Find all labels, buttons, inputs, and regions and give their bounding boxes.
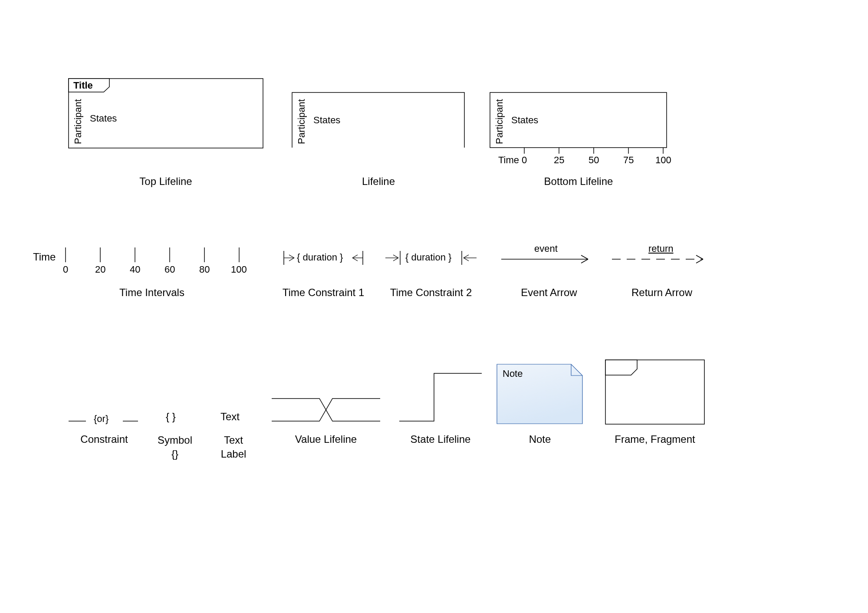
text-label-caption: TextLabel: [207, 433, 260, 461]
bottom-lifeline-tick: 100: [655, 155, 671, 166]
symbol-caption: Symbol{}: [147, 433, 203, 461]
time-intervals-shape: Time 0 20 40 60 80 100: [33, 243, 259, 280]
tc1-caption: Time Constraint 1: [269, 287, 378, 299]
bottom-lifeline-caption: Bottom Lifeline: [490, 175, 667, 188]
time-constraint-1-shape: { duration }: [282, 249, 365, 269]
time-intervals-tick: 40: [130, 264, 140, 275]
time-intervals-tick: 60: [164, 264, 175, 275]
top-lifeline-states: States: [90, 113, 117, 124]
frame-shape: [605, 359, 705, 427]
bottom-lifeline-time-label: Time: [498, 155, 519, 166]
lifeline-participant: Participant: [296, 96, 307, 144]
time-intervals-tick: 0: [63, 264, 68, 275]
time-intervals-caption: Time Intervals: [56, 287, 247, 299]
bottom-lifeline-states: States: [511, 115, 538, 126]
bottom-lifeline-tick: 75: [623, 155, 634, 166]
state-lifeline-shape: [399, 369, 482, 428]
event-arrow-caption: Event Arrow: [497, 287, 601, 299]
top-lifeline-participant: Participant: [72, 96, 84, 144]
bottom-lifeline-tick: 25: [554, 155, 564, 166]
value-lifeline-caption: Value Lifeline: [267, 433, 385, 445]
top-lifeline-shape: Title Participant States: [68, 78, 263, 155]
bottom-lifeline-tick: 50: [589, 155, 599, 166]
bottom-lifeline-shape: Participant States Time 0 25 50 75 100: [490, 92, 667, 168]
lifeline-caption: Lifeline: [292, 175, 465, 188]
text-label-text: Text: [220, 411, 240, 423]
symbol-text: { }: [166, 411, 176, 423]
time-intervals-tick: 20: [95, 264, 105, 275]
note-text: Note: [503, 368, 523, 379]
tc2-text: { duration }: [405, 252, 451, 263]
tc1-text: { duration }: [297, 252, 343, 263]
value-lifeline-shape: [272, 395, 380, 428]
constraint-caption: Constraint: [63, 433, 145, 445]
return-arrow-label: return: [648, 243, 673, 254]
lifeline-states: States: [313, 115, 340, 126]
return-arrow-shape: return: [612, 244, 712, 268]
state-lifeline-caption: State Lifeline: [391, 433, 490, 445]
event-arrow-label: event: [534, 243, 558, 254]
top-lifeline-caption: Top Lifeline: [68, 175, 263, 188]
note-shape: Note: [496, 364, 583, 427]
time-intervals-tick: 100: [231, 264, 247, 275]
bottom-lifeline-tick: 0: [522, 155, 527, 166]
note-caption: Note: [496, 433, 583, 445]
constraint-shape: {or}: [69, 412, 138, 428]
tc2-caption: Time Constraint 2: [377, 287, 485, 299]
top-lifeline-title: Title: [73, 80, 93, 91]
return-arrow-caption: Return Arrow: [608, 287, 716, 299]
event-arrow-shape: event: [501, 244, 597, 268]
time-intervals-tick: 80: [199, 264, 210, 275]
lifeline-shape: Participant States: [292, 92, 465, 151]
time-constraint-2-shape: { duration }: [385, 249, 477, 269]
frame-caption: Frame, Fragment: [596, 433, 713, 445]
time-intervals-label: Time: [33, 251, 56, 263]
constraint-text: {or}: [94, 413, 108, 425]
bottom-lifeline-participant: Participant: [494, 96, 505, 144]
